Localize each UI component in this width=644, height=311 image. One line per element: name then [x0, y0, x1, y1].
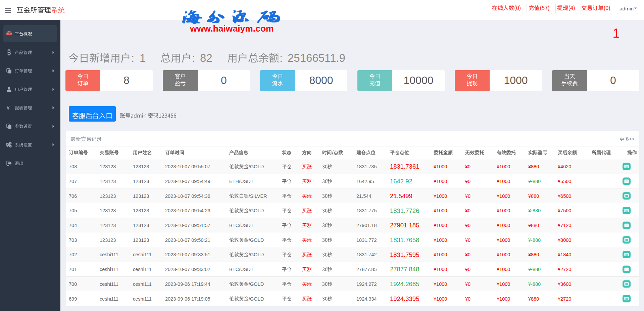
svg-text:82: 82 — [200, 52, 212, 64]
svg-text:1: 1 — [612, 26, 620, 40]
svg-text::: : — [192, 52, 195, 64]
svg-text::: : — [280, 52, 283, 64]
svg-text:www.haiwaiym.com: www.haiwaiym.com — [190, 24, 274, 34]
svg-text:25166511.9: 25166511.9 — [288, 52, 345, 64]
svg-text:1: 1 — [140, 52, 146, 64]
svg-text::: : — [131, 52, 134, 64]
